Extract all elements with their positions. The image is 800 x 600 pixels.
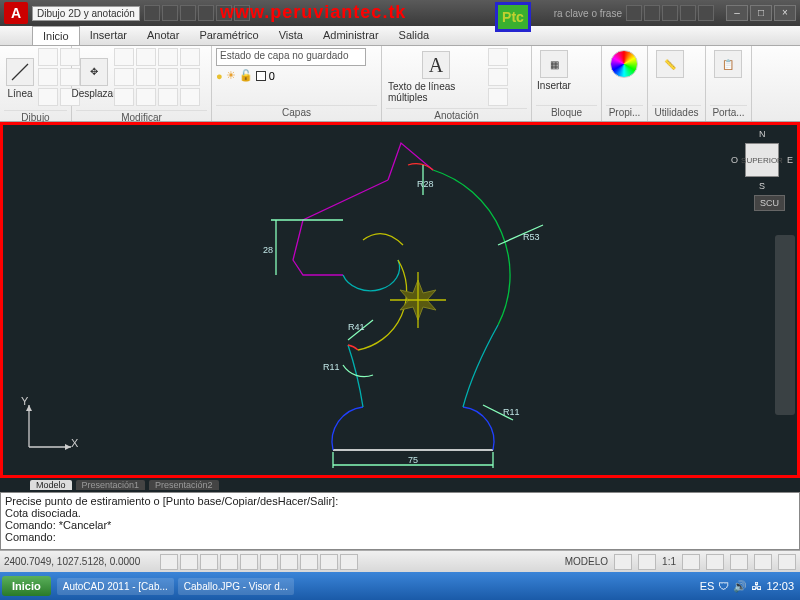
qat-open-icon[interactable] bbox=[162, 5, 178, 21]
fillet-icon[interactable] bbox=[136, 68, 156, 86]
status-quickview-icon[interactable] bbox=[614, 554, 632, 570]
tab-inicio[interactable]: Inicio bbox=[32, 26, 80, 45]
app-logo[interactable]: A bbox=[4, 2, 28, 24]
ucs-icon: X Y bbox=[21, 395, 81, 457]
scu-button[interactable]: SCU bbox=[754, 195, 785, 211]
ribbon-title-utils: Utilidades bbox=[652, 105, 701, 119]
properties-tool[interactable] bbox=[606, 48, 642, 82]
ducs-toggle[interactable] bbox=[280, 554, 298, 570]
status-space[interactable]: MODELO bbox=[565, 556, 608, 567]
snap-toggle[interactable] bbox=[160, 554, 178, 570]
tray-volume-icon[interactable]: 🔊 bbox=[733, 580, 747, 593]
close-button[interactable]: × bbox=[774, 5, 796, 21]
insert-tool[interactable]: ▦ Insertar bbox=[536, 48, 572, 93]
tray-network-icon[interactable]: 🖧 bbox=[751, 580, 762, 592]
polar-toggle[interactable] bbox=[220, 554, 238, 570]
array-icon[interactable] bbox=[158, 68, 178, 86]
hatch-tool-icon[interactable] bbox=[38, 88, 58, 106]
osnap-toggle[interactable] bbox=[240, 554, 258, 570]
ribbon-group-anotacion: A Texto de líneas múltiples Anotación bbox=[382, 46, 532, 121]
navigation-bar[interactable] bbox=[775, 235, 795, 415]
leader-icon[interactable] bbox=[488, 68, 508, 86]
maximize-button[interactable]: □ bbox=[750, 5, 772, 21]
tab-vista[interactable]: Vista bbox=[269, 26, 313, 45]
subscription-icon[interactable] bbox=[644, 5, 660, 21]
taskbar-item-image[interactable]: Caballo.JPG - Visor d... bbox=[178, 578, 294, 595]
layer-color-swatch[interactable] bbox=[256, 71, 266, 81]
layer-state-combo[interactable]: Estado de capa no guardado bbox=[216, 48, 366, 66]
status-annoscale-icon[interactable] bbox=[638, 554, 656, 570]
tab-anotar[interactable]: Anotar bbox=[137, 26, 189, 45]
cmd-prompt[interactable]: Comando: bbox=[5, 531, 795, 543]
arc-tool-icon[interactable] bbox=[38, 48, 58, 66]
erase-icon[interactable] bbox=[180, 88, 200, 106]
explode-icon[interactable] bbox=[180, 68, 200, 86]
status-coords: 2400.7049, 1027.5128, 0.0000 bbox=[4, 556, 154, 567]
viewcube-o: O bbox=[731, 155, 738, 165]
stretch-icon[interactable] bbox=[114, 88, 134, 106]
status-hardware-icon[interactable] bbox=[730, 554, 748, 570]
mtext-tool[interactable]: A Texto de líneas múltiples bbox=[386, 49, 486, 105]
qat-new-icon[interactable] bbox=[144, 5, 160, 21]
qp-toggle[interactable] bbox=[340, 554, 358, 570]
sun-icon[interactable]: ☀ bbox=[226, 69, 236, 82]
tab-layout2[interactable]: Presentación2 bbox=[149, 480, 219, 490]
mirror-icon[interactable] bbox=[180, 48, 200, 66]
offset-icon[interactable] bbox=[158, 88, 178, 106]
trim-icon[interactable] bbox=[136, 48, 156, 66]
drawing-area[interactable]: 75 28 R53 R41 R11 R11 R28 X Y N S bbox=[0, 122, 800, 478]
viewcube-face[interactable]: SUPERIOR bbox=[745, 143, 779, 177]
lwt-toggle[interactable] bbox=[320, 554, 338, 570]
dyn-toggle[interactable] bbox=[300, 554, 318, 570]
bulb-icon[interactable]: ● bbox=[216, 70, 223, 82]
search-icon[interactable] bbox=[626, 5, 642, 21]
ribbon: Línea Dibujo ✥ Desplazar Modificar Estad… bbox=[0, 46, 800, 122]
qat-save-icon[interactable] bbox=[180, 5, 196, 21]
tab-administrar[interactable]: Administrar bbox=[313, 26, 389, 45]
line-tool[interactable]: Línea bbox=[4, 56, 36, 101]
workspace-selector[interactable]: Dibujo 2D y anotación bbox=[32, 6, 140, 21]
infocenter-search[interactable]: ra clave o frase bbox=[554, 8, 626, 19]
extend-icon[interactable] bbox=[158, 48, 178, 66]
tab-insertar[interactable]: Insertar bbox=[80, 26, 137, 45]
ortho-toggle[interactable] bbox=[200, 554, 218, 570]
status-lock-icon[interactable] bbox=[706, 554, 724, 570]
status-cleanscreen-icon[interactable] bbox=[778, 554, 796, 570]
tray-lang[interactable]: ES bbox=[700, 580, 715, 592]
measure-tool[interactable]: 📏 bbox=[652, 48, 688, 82]
rect-tool-icon[interactable] bbox=[38, 68, 58, 86]
favorite-icon[interactable] bbox=[680, 5, 696, 21]
paste-tool[interactable]: 📋 bbox=[710, 48, 746, 82]
command-window[interactable]: Precise punto de estiramiento o [Punto b… bbox=[0, 492, 800, 550]
tab-parametrico[interactable]: Paramétrico bbox=[189, 26, 268, 45]
table-icon[interactable] bbox=[488, 88, 508, 106]
minimize-button[interactable]: – bbox=[726, 5, 748, 21]
tab-model[interactable]: Modelo bbox=[30, 480, 72, 490]
rotate-icon[interactable] bbox=[114, 48, 134, 66]
help-icon[interactable] bbox=[698, 5, 714, 21]
start-button[interactable]: Inicio bbox=[2, 576, 51, 596]
otrack-toggle[interactable] bbox=[260, 554, 278, 570]
tab-layout1[interactable]: Presentación1 bbox=[76, 480, 146, 490]
copy-icon[interactable] bbox=[114, 68, 134, 86]
taskbar-item-autocad[interactable]: AutoCAD 2011 - [Cab... bbox=[57, 578, 174, 595]
tray-shield-icon[interactable]: 🛡 bbox=[718, 580, 729, 592]
status-scale[interactable]: 1:1 bbox=[662, 556, 676, 567]
qat-undo-icon[interactable] bbox=[198, 5, 214, 21]
move-tool[interactable]: ✥ Desplazar bbox=[76, 56, 112, 101]
status-isolate-icon[interactable] bbox=[754, 554, 772, 570]
viewcube-s: S bbox=[759, 181, 765, 191]
current-layer[interactable]: 0 bbox=[269, 70, 275, 82]
tab-salida[interactable]: Salida bbox=[389, 26, 440, 45]
scale-icon[interactable] bbox=[136, 88, 156, 106]
dim-linear-icon[interactable] bbox=[488, 48, 508, 66]
status-bar: 2400.7049, 1027.5128, 0.0000 MODELO 1:1 bbox=[0, 550, 800, 572]
viewcube[interactable]: N S E O SUPERIOR bbox=[733, 131, 791, 189]
grid-toggle[interactable] bbox=[180, 554, 198, 570]
viewcube-n: N bbox=[759, 129, 766, 139]
measure-icon: 📏 bbox=[656, 50, 684, 78]
exchange-icon[interactable] bbox=[662, 5, 678, 21]
tray-clock[interactable]: 12:03 bbox=[766, 580, 794, 592]
lock-icon[interactable]: 🔓 bbox=[239, 69, 253, 82]
status-workspace-icon[interactable] bbox=[682, 554, 700, 570]
